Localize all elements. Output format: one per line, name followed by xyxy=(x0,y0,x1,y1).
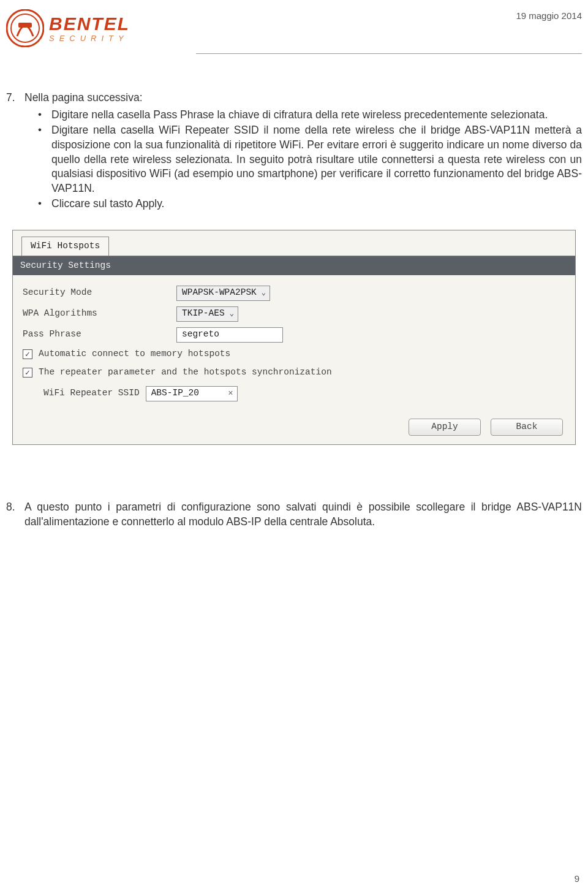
page-number: 9 xyxy=(575,873,579,884)
label-security-mode: Security Mode xyxy=(20,287,176,299)
clear-icon[interactable]: × xyxy=(228,388,233,400)
settings-screenshot: WiFi Hotspots Security Settings Security… xyxy=(12,230,576,445)
logo-text: BENTEL SECURITY xyxy=(49,15,130,42)
section-7-intro: Nella pagina successiva: xyxy=(24,91,143,104)
logo: BENTEL SECURITY xyxy=(6,9,130,47)
svg-point-0 xyxy=(7,10,43,47)
section-7-bullet-2: Digitare nella casella WiFi Repeater SSI… xyxy=(51,123,582,196)
row-wpa-algorithms: WPA Algorithms TKIP-AES ⌄ xyxy=(20,303,568,324)
label-wpa-algorithms: WPA Algorithms xyxy=(20,308,176,320)
row-repeater-sync: ✓ The repeater parameter and the hotspot… xyxy=(20,363,568,382)
repeater-sync-checkbox[interactable]: ✓ xyxy=(23,368,32,378)
security-panel: Security Settings Security Mode WPAPSK-W… xyxy=(13,256,575,445)
back-button[interactable]: Back xyxy=(491,419,563,436)
repeater-ssid-input[interactable]: ABS-IP_20 × xyxy=(146,386,238,401)
repeater-sync-label: The repeater parameter and the hotspots … xyxy=(39,366,332,379)
tab-wifi-hotspots[interactable]: WiFi Hotspots xyxy=(21,237,109,256)
wpa-algorithms-value: TKIP-AES xyxy=(182,308,225,320)
logo-sub: SECURITY xyxy=(49,34,130,42)
row-pass-phrase: Pass Phrase segreto xyxy=(20,324,568,345)
svg-rect-2 xyxy=(18,23,32,28)
header-date: 19 maggio 2014 xyxy=(516,10,582,21)
label-repeater-ssid: WiFi Repeater SSID xyxy=(43,387,140,400)
logo-main: BENTEL xyxy=(49,15,130,33)
section-8-text: A questo punto i parametri di configuraz… xyxy=(24,500,582,529)
panel-title: Security Settings xyxy=(13,256,575,276)
section-7: Nella pagina successiva: Digitare nella … xyxy=(24,91,582,211)
svg-point-1 xyxy=(11,14,39,42)
label-pass-phrase: Pass Phrase xyxy=(20,328,176,341)
apply-button[interactable]: Apply xyxy=(409,419,481,436)
chevron-down-icon: ⌄ xyxy=(230,309,234,319)
section-8: A questo punto i parametri di configuraz… xyxy=(24,500,582,529)
chevron-down-icon: ⌄ xyxy=(262,288,266,298)
auto-connect-label: Automatic connect to memory hotspots xyxy=(39,348,230,360)
wpa-algorithms-select[interactable]: TKIP-AES ⌄ xyxy=(176,306,238,322)
security-mode-select[interactable]: WPAPSK-WPA2PSK ⌄ xyxy=(176,286,270,301)
pass-phrase-input[interactable]: segreto xyxy=(176,327,283,343)
row-security-mode: Security Mode WPAPSK-WPA2PSK ⌄ xyxy=(20,283,568,303)
tab-row: WiFi Hotspots xyxy=(13,230,575,256)
page-content: Nella pagina successiva: Digitare nella … xyxy=(0,54,588,560)
bentel-logo-icon xyxy=(6,9,44,47)
page-header: BENTEL SECURITY 19 maggio 2014 xyxy=(0,0,588,53)
button-row: Apply Back xyxy=(13,412,575,444)
auto-connect-checkbox[interactable]: ✓ xyxy=(23,349,32,359)
section-7-bullet-1: Digitare nella casella Pass Phrase la ch… xyxy=(51,108,582,123)
section-7-bullet-3: Cliccare sul tasto Apply. xyxy=(51,197,582,211)
security-mode-value: WPAPSK-WPA2PSK xyxy=(182,287,257,299)
row-auto-connect: ✓ Automatic connect to memory hotspots xyxy=(20,345,568,363)
row-repeater-ssid: WiFi Repeater SSID ABS-IP_20 × xyxy=(20,382,568,405)
repeater-ssid-value: ABS-IP_20 xyxy=(151,387,199,400)
